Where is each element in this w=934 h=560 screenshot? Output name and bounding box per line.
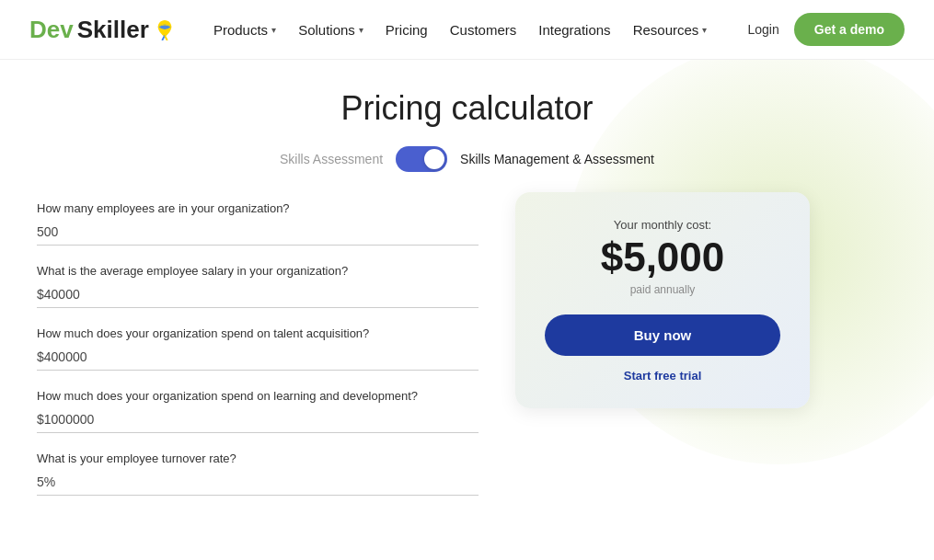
form-group-turnover: What is your employee turnover rate?	[37, 451, 479, 496]
login-button[interactable]: Login	[747, 22, 778, 37]
chevron-down-icon: ▾	[359, 25, 363, 35]
ribbon-icon	[156, 20, 173, 40]
employees-input[interactable]	[37, 219, 479, 246]
logo-skiller: Skiller	[77, 16, 149, 44]
main-nav: Products ▾ Solutions ▾ Pricing Customers…	[213, 22, 707, 38]
calculator-form: How many employees are in your organizat…	[37, 201, 479, 514]
content-area: How many employees are in your organizat…	[0, 201, 934, 514]
nav-item-products[interactable]: Products ▾	[213, 22, 276, 38]
mode-toggle[interactable]	[396, 146, 447, 172]
get-demo-button[interactable]: Get a demo	[794, 13, 905, 46]
nav-item-customers[interactable]: Customers	[450, 22, 517, 38]
logo[interactable]: DevSkiller	[29, 16, 173, 44]
salary-input[interactable]	[37, 281, 479, 308]
toggle-label-right: Skills Management & Assessment	[460, 152, 654, 166]
talent-label: How much does your organization spend on…	[37, 326, 479, 340]
turnover-input[interactable]	[37, 469, 479, 496]
salary-label: What is the average employee salary in y…	[37, 264, 479, 278]
header-actions: Login Get a demo	[747, 13, 905, 46]
nav-item-resources[interactable]: Resources ▾	[633, 22, 708, 38]
page-title: Pricing calculator	[0, 89, 934, 128]
monthly-cost-value: $5,000	[601, 235, 725, 280]
buy-now-button[interactable]: Buy now	[545, 314, 780, 356]
logo-dev: Dev	[29, 16, 74, 44]
talent-input[interactable]	[37, 344, 479, 371]
learning-input[interactable]	[37, 406, 479, 433]
pricing-card: Your monthly cost: $5,000 paid annually …	[515, 192, 810, 408]
paid-annually-label: paid annually	[630, 283, 696, 296]
toggle-label-left: Skills Assessment	[280, 152, 383, 166]
form-group-learning: How much does your organization spend on…	[37, 389, 479, 433]
toggle-knob	[424, 149, 444, 169]
form-group-employees: How many employees are in your organizat…	[37, 201, 479, 246]
learning-label: How much does your organization spend on…	[37, 389, 479, 403]
svg-line-2	[165, 36, 167, 41]
site-header: DevSkiller Products ▾ Solutions ▾ Pricin…	[0, 0, 934, 60]
start-trial-link[interactable]: Start free trial	[624, 369, 702, 383]
form-group-talent: How much does your organization spend on…	[37, 326, 479, 371]
nav-item-solutions[interactable]: Solutions ▾	[298, 22, 363, 38]
chevron-down-icon: ▾	[271, 25, 276, 35]
main-content: Pricing calculator Skills Assessment Ski…	[0, 60, 934, 555]
employees-label: How many employees are in your organizat…	[37, 201, 479, 215]
turnover-label: What is your employee turnover rate?	[37, 451, 479, 465]
nav-item-pricing[interactable]: Pricing	[386, 22, 428, 38]
nav-item-integrations[interactable]: Integrations	[538, 22, 610, 38]
form-group-salary: What is the average employee salary in y…	[37, 264, 479, 308]
mode-toggle-container: Skills Assessment Skills Management & As…	[0, 146, 934, 172]
monthly-cost-label: Your monthly cost:	[614, 218, 711, 232]
chevron-down-icon: ▾	[702, 25, 707, 35]
